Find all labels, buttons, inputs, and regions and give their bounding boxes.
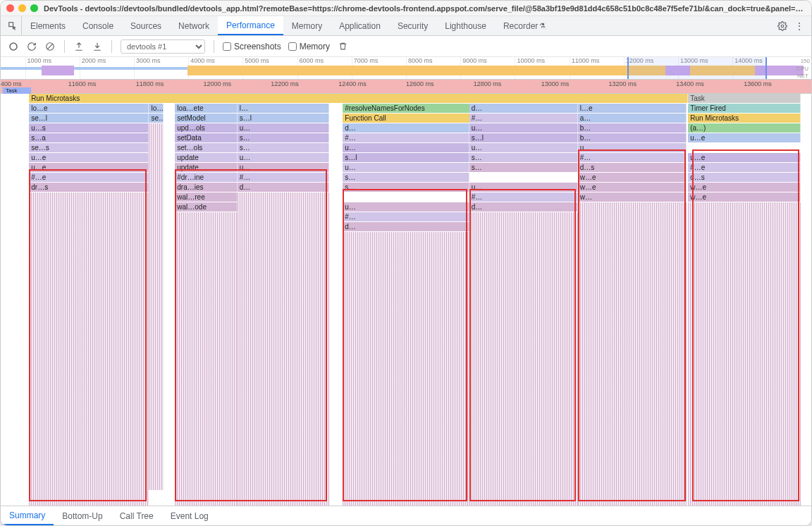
flame-bar[interactable]: u… (469, 143, 578, 152)
screenshots-checkbox[interactable]: Screenshots (223, 42, 281, 51)
flame-bar[interactable]: #… (469, 192, 578, 202)
tab-network[interactable]: Network (170, 16, 218, 35)
flame-bar[interactable]: w…e (688, 192, 801, 202)
flame-bar[interactable]: l… (238, 104, 329, 113)
tab-console[interactable]: Console (74, 16, 122, 35)
flame-bar[interactable]: #… (343, 212, 469, 221)
flame-bar[interactable]: lo…e (29, 104, 149, 113)
detail-tab-summary[interactable]: Summary (1, 506, 54, 525)
flame-bar[interactable]: s… (343, 183, 469, 192)
flame-dense[interactable] (578, 202, 687, 506)
flame-bar[interactable]: se…l (29, 114, 149, 123)
flame-dense[interactable] (175, 212, 238, 506)
inspect-element-icon[interactable] (4, 16, 22, 35)
close-icon[interactable] (6, 4, 14, 12)
flame-bar[interactable]: wal…ree (175, 192, 238, 202)
flame-dense[interactable] (149, 123, 164, 490)
flame-bar[interactable]: #… (469, 114, 578, 123)
flame-bar[interactable]: u… (343, 143, 469, 152)
flame-bar[interactable]: u… (469, 123, 578, 133)
flame-bar[interactable]: #…e (688, 163, 801, 172)
flame-bar[interactable]: dra…ies (175, 183, 238, 192)
flame-bar[interactable]: se…s (29, 143, 149, 152)
flame-bar[interactable]: s…l (238, 114, 329, 123)
flame-bar[interactable]: d… (343, 222, 469, 231)
flame-dense[interactable] (29, 192, 149, 506)
tab-sources[interactable]: Sources (122, 16, 170, 35)
flame-bar[interactable]: u… (469, 183, 578, 192)
flame-bar[interactable]: setModel (175, 114, 238, 123)
download-icon[interactable] (92, 41, 103, 52)
more-icon[interactable]: ⋮ (794, 20, 804, 32)
flame-dense[interactable] (343, 232, 469, 506)
flame-bar[interactable]: Timer Fired (688, 104, 801, 113)
flame-bar[interactable]: s… (469, 153, 578, 162)
profile-select[interactable]: devtools #1 (121, 39, 205, 54)
flame-bar[interactable]: u…s (29, 123, 149, 133)
flame-bar[interactable]: lo…e (149, 104, 164, 113)
flame-bar[interactable]: #… (238, 173, 329, 182)
flame-bar[interactable]: u… (238, 163, 329, 172)
flame-bar[interactable]: s… (238, 133, 329, 142)
flame-bar[interactable]: s…l (343, 153, 469, 162)
flame-bar[interactable]: d…s (688, 173, 801, 182)
flame-bar[interactable]: update (175, 163, 238, 172)
flame-bar[interactable]: u… (578, 143, 687, 152)
minimize-icon[interactable] (18, 4, 26, 12)
flame-bar[interactable]: u… (343, 163, 469, 172)
memory-checkbox[interactable]: Memory (288, 42, 330, 51)
flame-bar[interactable]: d… (238, 183, 329, 192)
flame-chart[interactable]: Run MicrotasksTaskTimer FiredRun Microta… (1, 94, 811, 506)
flame-bar[interactable]: d… (343, 123, 469, 133)
overview-viewport[interactable] (627, 57, 767, 79)
flame-bar[interactable]: w…e (578, 173, 687, 182)
clear-icon[interactable] (44, 41, 56, 52)
flame-dense[interactable] (469, 212, 578, 506)
flame-dense[interactable] (688, 202, 801, 506)
tab-performance[interactable]: Performance (218, 16, 283, 35)
flame-bar[interactable]: u… (343, 202, 469, 212)
flame-bar[interactable]: d… (469, 202, 578, 212)
flame-bar[interactable]: u…e (29, 153, 149, 162)
flame-bar[interactable]: s… (238, 143, 329, 152)
tab-application[interactable]: Application (331, 16, 389, 35)
flame-bar[interactable]: loa…ete (175, 104, 238, 113)
flame-bar[interactable]: b… (578, 123, 687, 133)
flame-bar[interactable]: s…a (29, 133, 149, 142)
flame-bar[interactable]: (a…) (688, 123, 801, 133)
overview-ruler[interactable]: 1000 ms2000 ms3000 ms4000 ms5000 ms6000 … (1, 57, 811, 80)
detail-tab-bottom-up[interactable]: Bottom-Up (54, 506, 111, 525)
task-chip-left[interactable]: Task (3, 87, 31, 94)
flame-bar[interactable]: #…e (29, 173, 149, 182)
flame-bar[interactable]: wal…ode (175, 202, 238, 212)
flame-bar[interactable]: #… (578, 153, 687, 162)
tab-lighthouse[interactable]: Lighthouse (436, 16, 495, 35)
tab-security[interactable]: Security (389, 16, 436, 35)
flame-bar[interactable]: d…s (578, 163, 687, 172)
detail-tab-event-log[interactable]: Event Log (162, 506, 217, 525)
flame-bar[interactable]: s…l (469, 133, 578, 142)
tab-recorder[interactable]: Recorder⚗ (495, 16, 554, 35)
flame-bar[interactable]: s… (343, 173, 469, 182)
flame-bar[interactable]: setData (175, 133, 238, 142)
flame-bar[interactable]: l…e (578, 104, 687, 113)
maximize-icon[interactable] (30, 4, 38, 12)
flame-bar[interactable]: dr…s (29, 183, 149, 192)
flame-bar[interactable]: w…e (578, 183, 687, 192)
flame-bar[interactable]: #… (343, 133, 469, 142)
timeline-ruler[interactable]: 400 ms11600 ms11800 ms12000 ms12200 ms12… (1, 80, 811, 94)
flame-bar[interactable]: s… (469, 163, 578, 172)
flame-bar[interactable]: set…ols (175, 143, 238, 152)
flame-bar[interactable]: d… (469, 104, 578, 113)
flame-bar[interactable]: u…e (29, 163, 149, 172)
flame-bar[interactable]: a… (578, 114, 687, 123)
tab-elements[interactable]: Elements (22, 16, 74, 35)
tab-memory[interactable]: Memory (283, 16, 331, 35)
reload-icon[interactable] (26, 41, 37, 52)
flame-bar[interactable]: Task (688, 94, 801, 103)
trash-icon[interactable] (337, 41, 348, 52)
flame-bar[interactable]: u… (238, 123, 329, 133)
flame-bar[interactable]: w…e (688, 183, 801, 192)
flame-bar[interactable]: Run Microtasks (29, 94, 688, 103)
flame-bar[interactable]: Run Microtasks (688, 114, 801, 123)
